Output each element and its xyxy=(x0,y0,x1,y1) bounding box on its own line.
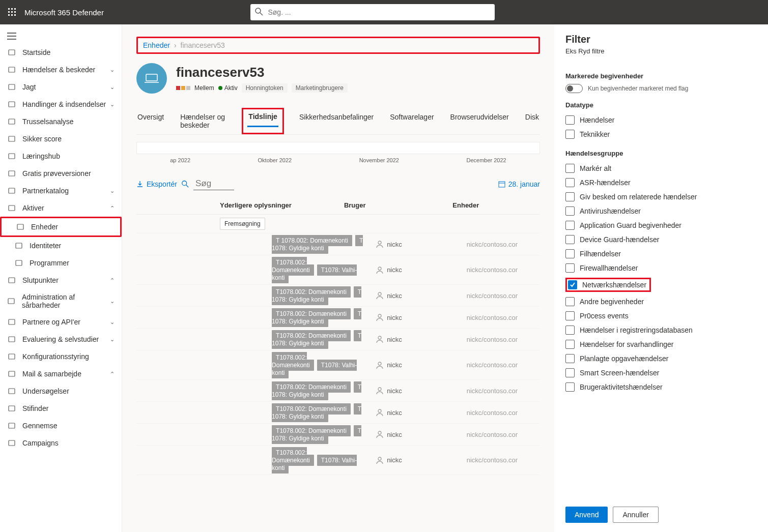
datatype-checkbox-row[interactable]: Hændelser xyxy=(565,113,757,127)
group-checkbox-row[interactable]: Pr0cess events xyxy=(565,309,757,323)
sidebar-item-label: Campaigns xyxy=(22,439,59,447)
svg-rect-32 xyxy=(9,371,15,376)
table-row[interactable]: T1078.002: DomænekontiT1078: Valhi-konti… xyxy=(136,255,540,285)
sidebar-item[interactable]: Undersøgelser xyxy=(0,382,122,400)
sidebar-item[interactable]: Evaluering & selvstudier⌄ xyxy=(0,331,122,348)
tab[interactable]: Hændelser og beskeder xyxy=(179,108,227,134)
sidebar-item[interactable]: Aktiver⌃ xyxy=(0,199,122,217)
sidebar-item[interactable]: Trusselsanalyse xyxy=(0,113,122,130)
sidebar-item[interactable]: Slutpunkter⌃ xyxy=(0,272,122,289)
table-row[interactable]: T1078.002: DomænekontiT 1078: Gyldige ko… xyxy=(136,402,540,424)
sidebar-item[interactable]: Partnere og API'er⌄ xyxy=(0,313,122,331)
export-button[interactable]: Eksportér xyxy=(136,180,177,188)
sidebar-item[interactable]: Jagt⌄ xyxy=(0,78,122,96)
group-checkbox-row[interactable]: Markér alt xyxy=(565,161,757,175)
checkbox-label: Application Guard begivenheder xyxy=(580,221,681,229)
sidebar-item[interactable]: Identiteter xyxy=(0,237,122,254)
sidebar-item[interactable]: Hændelser & beskeder⌄ xyxy=(0,61,122,78)
cancel-button[interactable]: Annuller xyxy=(613,507,658,523)
hamburger-icon[interactable] xyxy=(0,28,122,44)
tab[interactable]: Softwarelager xyxy=(389,108,435,134)
datatype-checkbox-row[interactable]: Teknikker xyxy=(565,127,757,141)
group-checkbox-row[interactable]: Filhændelser xyxy=(565,247,757,261)
group-checkbox-row[interactable]: Brugeraktivitetshændelser xyxy=(565,380,757,394)
sidebar-item[interactable]: Stifinder xyxy=(0,400,122,417)
user-icon xyxy=(376,430,384,438)
group-checkbox-row[interactable]: Planlagte opgavehændelser xyxy=(565,351,757,366)
sidebar-item[interactable]: Gennemse xyxy=(0,417,122,434)
tab[interactable]: Browserudvidelser xyxy=(449,108,510,134)
sidebar-item-label: Undersøgelser xyxy=(22,387,69,395)
table-row[interactable]: T1078.002: DomænekontiT 1078: Gyldige ko… xyxy=(136,424,540,446)
column-header-info[interactable]: Yderligere oplysninger xyxy=(220,201,344,209)
checkbox-label: Firewallhændelser xyxy=(580,264,638,272)
checkbox-icon xyxy=(565,297,575,306)
sidebar-item[interactable]: Mail & samarbejde⌃ xyxy=(0,365,122,382)
tab[interactable]: Sikkerhedsanbefalinger xyxy=(298,108,375,134)
table-row[interactable]: T1078.002: DomænekontiT1078: Valhi-konti… xyxy=(136,446,540,475)
svg-point-50 xyxy=(378,409,381,412)
group-checkbox-row[interactable]: Andre begivenheder xyxy=(565,294,757,309)
group-checkbox-row[interactable]: Firewallhændelser xyxy=(565,261,757,275)
flagged-toggle[interactable] xyxy=(565,84,583,93)
group-checkbox-row[interactable]: ASR-hændelser xyxy=(565,175,757,190)
table-row[interactable]: T1078.002: DomænekontiT1078: Valhi-konti… xyxy=(136,350,540,380)
table-row[interactable]: T1078.002: DomænekontiT 1078: Gyldige ko… xyxy=(136,285,540,307)
checkbox-label: Giv besked om relaterede hændelser xyxy=(580,193,697,201)
svg-rect-31 xyxy=(9,354,15,359)
device-tag[interactable]: Honningtoken xyxy=(242,83,288,93)
column-header-devices[interactable]: Enheder xyxy=(452,201,538,209)
device-path: nickc/contoso.cor xyxy=(467,387,538,395)
sidebar-item[interactable]: Konfigurationsstyring xyxy=(0,348,122,365)
checkbox-icon xyxy=(568,280,577,289)
sidebar-item[interactable]: Sikker score xyxy=(0,130,122,147)
sidebar-item[interactable]: Læringshub xyxy=(0,147,122,165)
timeline-search-input[interactable] xyxy=(193,178,234,190)
column-header-user[interactable]: Bruger xyxy=(344,201,452,209)
group-checkbox-row[interactable]: Netværkshændelser xyxy=(565,275,757,294)
sidebar-item[interactable]: Enheder xyxy=(0,217,122,237)
sidebar-item-label: Læringshub xyxy=(22,152,60,160)
date-picker[interactable]: 28. januar xyxy=(498,180,540,188)
global-search-input[interactable] xyxy=(250,4,495,20)
sidebar-item[interactable]: Programmer xyxy=(0,254,122,272)
sidebar-item-label: Partnere og API'er xyxy=(22,318,80,326)
group-checkbox-row[interactable]: Device Guard-hændelser xyxy=(565,232,757,247)
tab[interactable]: Oversigt xyxy=(136,108,165,134)
table-row[interactable]: T1078.002: DomænekontiT 1078: Gyldige ko… xyxy=(136,329,540,350)
group-checkbox-row[interactable]: Hændelser i registreringsdatabasen xyxy=(565,323,757,337)
table-row[interactable]: Fremsøgning xyxy=(136,215,540,233)
sidebar-item[interactable]: Campaigns xyxy=(0,434,122,452)
clear-filters-link[interactable]: Eks Ryd filtre xyxy=(565,47,757,55)
device-tag[interactable]: Marketingbrugere xyxy=(292,83,348,93)
sidebar-item[interactable]: Partnerkatalog⌄ xyxy=(0,182,122,199)
table-row[interactable]: T1078.002: DomænekontiT 1078: Gyldige ko… xyxy=(136,380,540,402)
svg-rect-25 xyxy=(16,243,22,248)
sidebar-item[interactable]: Handlinger & indsendelser⌄ xyxy=(0,96,122,113)
sidebar-item-label: Trusselsanalyse xyxy=(22,117,74,126)
chevron-down-icon: ⌄ xyxy=(110,84,115,91)
timeline-strip[interactable] xyxy=(136,142,540,154)
table-row[interactable]: T 1078.002: DomænekontiT 1078: Gyldige k… xyxy=(136,233,540,255)
breadcrumb-root[interactable]: Enheder xyxy=(143,41,170,49)
tab[interactable]: Tidslinje xyxy=(247,107,278,127)
sidebar-item[interactable]: Administration af sårbarheder⌄ xyxy=(0,289,122,313)
group-checkbox-row[interactable]: Giv besked om relaterede hændelser xyxy=(565,190,757,204)
group-checkbox-row[interactable]: Hændelser for svarhandlinger xyxy=(565,337,757,351)
nav-icon xyxy=(7,387,16,396)
sidebar-item[interactable]: Startside xyxy=(0,44,122,61)
group-checkbox-row[interactable]: Smart Screen-hændelser xyxy=(565,366,757,380)
group-checkbox-row[interactable]: Application Guard begivenheder xyxy=(565,218,757,232)
user-name: nickc xyxy=(387,456,402,464)
svg-rect-35 xyxy=(9,423,15,428)
checkbox-icon xyxy=(565,249,575,258)
table-row[interactable]: T1078.002: DomænekontiT 1078: Gyldige ko… xyxy=(136,307,540,329)
tab[interactable]: Disk xyxy=(524,108,540,134)
device-path: nickc/contoso.cor xyxy=(467,336,538,343)
sidebar-item[interactable]: Gratis prøveversioner xyxy=(0,165,122,182)
group-checkbox-row[interactable]: Antivirushændelser xyxy=(565,204,757,218)
user-icon xyxy=(376,456,384,464)
apply-button[interactable]: Anvend xyxy=(565,507,608,523)
user-name: nickc xyxy=(387,336,402,343)
app-launcher-icon[interactable] xyxy=(4,4,20,20)
